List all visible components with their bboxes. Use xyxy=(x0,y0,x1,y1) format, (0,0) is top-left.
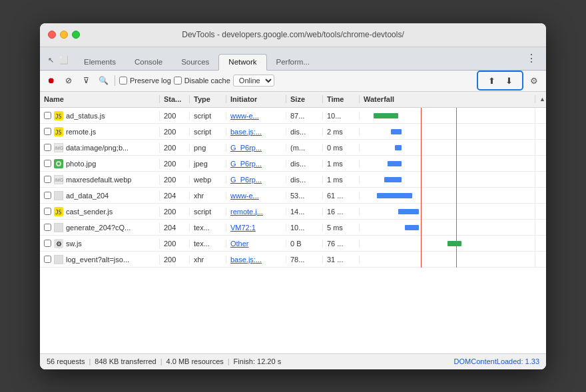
col-header-type[interactable]: Type xyxy=(190,95,226,103)
col-header-time[interactable]: Time xyxy=(323,95,360,103)
cursor-icon[interactable]: ↖ xyxy=(45,55,56,66)
svg-rect-11 xyxy=(54,191,63,200)
cell-time: 10... xyxy=(323,112,360,120)
table-row[interactable]: ad_data_204 204xhrwww-e...53...61 ... xyxy=(40,188,546,204)
svg-text:JS: JS xyxy=(55,130,62,136)
file-type-icon xyxy=(54,159,63,168)
table-row[interactable]: IMG maxresdefault.webp 200webpG_P6rp...d… xyxy=(40,172,546,188)
close-button[interactable] xyxy=(48,31,56,39)
cell-name: JS cast_sender.js xyxy=(40,207,160,216)
file-type-icon xyxy=(54,255,63,264)
device-icon[interactable]: ⬜ xyxy=(59,55,69,66)
svg-text:IMG: IMG xyxy=(55,146,63,150)
cell-size: 14... xyxy=(286,208,323,216)
cell-time: 76 ... xyxy=(323,240,360,248)
import-button[interactable]: ⬆ xyxy=(483,73,499,88)
row-checkbox[interactable] xyxy=(44,144,51,151)
cell-size: 53... xyxy=(286,192,323,200)
file-name: cast_sender.js xyxy=(66,208,113,216)
table-row[interactable]: JS cast_sender.js 200scriptremote.j...14… xyxy=(40,204,546,220)
cell-status: 200 xyxy=(160,144,190,152)
cell-type: xhr xyxy=(190,192,226,200)
col-header-waterfall[interactable]: Waterfall xyxy=(360,95,535,103)
table-row[interactable]: JS remote.js 200scriptbase.js:...dis...2… xyxy=(40,124,546,140)
network-toolbar: ⏺ ⊘ ⊽ 🔍 Preserve log Disable cache Onlin… xyxy=(40,71,546,92)
cell-initiator: VM72:1 xyxy=(226,224,286,232)
disable-cache-group: Disable cache xyxy=(174,77,230,85)
traffic-lights xyxy=(48,31,80,39)
cell-waterfall xyxy=(360,108,535,124)
row-checkbox[interactable] xyxy=(44,112,51,119)
file-type-icon: JS xyxy=(54,207,63,216)
cell-size: dis... xyxy=(286,176,323,184)
col-header-name[interactable]: Name xyxy=(40,95,160,103)
window-title: DevTools - developers.google.com/web/too… xyxy=(40,30,546,39)
sort-arrow: ▲ xyxy=(535,96,546,102)
cell-status: 200 xyxy=(160,176,190,184)
row-checkbox[interactable] xyxy=(44,224,51,231)
tab-sources[interactable]: Sources xyxy=(172,55,218,70)
minimize-button[interactable] xyxy=(60,31,68,39)
col-header-initiator[interactable]: Initiator xyxy=(226,95,286,103)
maximize-button[interactable] xyxy=(72,31,80,39)
cell-size: (m... xyxy=(286,144,323,152)
clear-button[interactable]: ⊘ xyxy=(61,73,76,88)
table-row[interactable]: generate_204?cQ... 204tex...VM72:110...5… xyxy=(40,220,546,236)
disable-cache-label: Disable cache xyxy=(184,77,230,85)
table-row[interactable]: ⚙ sw.js 200tex...Other0 B76 ... xyxy=(40,236,546,252)
row-checkbox[interactable] xyxy=(44,256,51,263)
cell-name: generate_204?cQ... xyxy=(40,223,160,232)
row-checkbox[interactable] xyxy=(44,176,51,183)
status-requests: 56 requests xyxy=(47,357,85,365)
file-name: ad_status.js xyxy=(66,112,105,120)
cell-time: 16 ... xyxy=(323,208,360,216)
file-name: data:image/png;b... xyxy=(66,144,129,152)
export-button[interactable]: ⬇ xyxy=(501,73,517,88)
cell-waterfall xyxy=(360,236,535,252)
row-checkbox[interactable] xyxy=(44,160,51,167)
disable-cache-checkbox[interactable] xyxy=(174,77,182,85)
table-row[interactable]: log_event?alt=jso... 200xhrbase.js:...78… xyxy=(40,252,546,268)
divider-1 xyxy=(115,75,115,86)
table-row[interactable]: photo.jpg 200jpegG_P6rp...dis...1 ms xyxy=(40,156,546,172)
settings-button[interactable]: ⚙ xyxy=(526,73,542,88)
tab-bar: ↖ ⬜ Elements Console Sources Network Per… xyxy=(40,47,546,71)
record-button[interactable]: ⏺ xyxy=(44,73,59,88)
tab-console[interactable]: Console xyxy=(125,55,172,70)
table-body: JS ad_status.js 200scriptwww-e...87...10… xyxy=(40,108,546,353)
cell-type: webp xyxy=(190,176,226,184)
cell-size: 0 B xyxy=(286,240,323,248)
cell-initiator: Other xyxy=(226,240,286,248)
file-name: ad_data_204 xyxy=(66,192,109,200)
col-header-size[interactable]: Size xyxy=(286,95,323,103)
row-checkbox[interactable] xyxy=(44,128,51,135)
preserve-log-checkbox[interactable] xyxy=(119,77,127,85)
row-checkbox[interactable] xyxy=(44,208,51,215)
cell-size: 78... xyxy=(286,256,323,264)
file-name: photo.jpg xyxy=(66,160,96,168)
cell-status: 200 xyxy=(160,240,190,248)
cell-initiator: remote.j... xyxy=(226,208,286,216)
row-checkbox[interactable] xyxy=(44,240,51,247)
row-checkbox[interactable] xyxy=(44,192,51,199)
cell-waterfall xyxy=(360,188,535,204)
more-tabs-icon[interactable]: ⋮ xyxy=(522,51,541,66)
file-name: maxresdefault.webp xyxy=(66,176,131,184)
tab-elements[interactable]: Elements xyxy=(75,55,125,70)
table-row[interactable]: JS ad_status.js 200scriptwww-e...87...10… xyxy=(40,108,546,124)
tab-performance[interactable]: Perform... xyxy=(267,55,319,70)
filter-icon[interactable]: ⊽ xyxy=(79,73,93,88)
cell-type: png xyxy=(190,144,226,152)
col-header-status[interactable]: Sta... xyxy=(160,95,190,103)
svg-point-8 xyxy=(57,162,60,165)
tab-network[interactable]: Network xyxy=(218,54,266,71)
cell-time: 1 ms xyxy=(323,160,360,168)
status-resources: 4.0 MB resources xyxy=(166,357,224,365)
table-row[interactable]: IMG data:image/png;b... 200pngG_P6rp...(… xyxy=(40,140,546,156)
search-icon[interactable]: 🔍 xyxy=(96,73,111,88)
throttle-select[interactable]: Online xyxy=(233,75,274,87)
devtools-window: DevTools - developers.google.com/web/too… xyxy=(40,23,546,369)
cell-initiator: G_P6rp... xyxy=(226,144,286,152)
file-type-icon xyxy=(54,223,63,232)
cell-time: 1 ms xyxy=(323,176,360,184)
